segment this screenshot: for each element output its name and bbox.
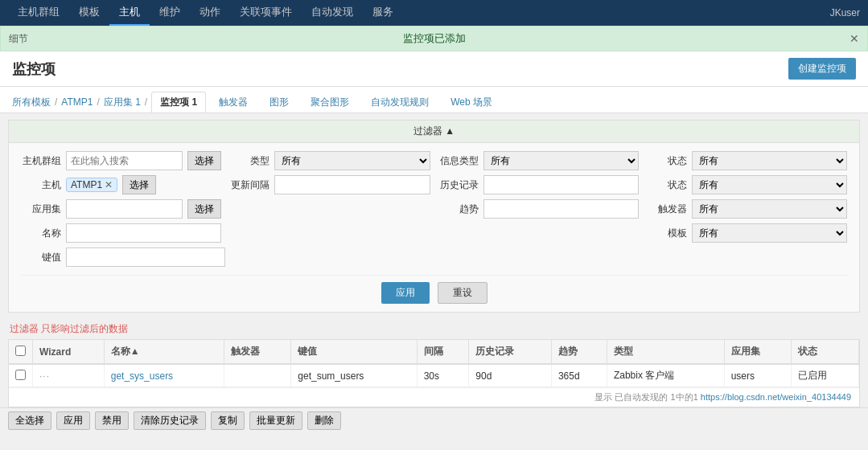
filter-row-status2: 状态 所有 xyxy=(647,175,847,194)
row-trigger xyxy=(224,364,291,387)
tab-trigger[interactable]: 触发器 xyxy=(210,92,257,112)
info-type-select[interactable]: 所有 xyxy=(483,151,639,170)
info-type-label: 信息类型 xyxy=(438,154,479,168)
page-header: 监控项 创建监控项 xyxy=(0,51,868,87)
history-input[interactable] xyxy=(483,175,639,194)
status1-label: 状态 xyxy=(647,154,687,168)
tab-autodiscovery[interactable]: 自动发现规则 xyxy=(362,92,438,112)
filter-row-host: 主机 ATMP1 ✕ 选择 xyxy=(21,175,221,194)
host-label: 主机 xyxy=(21,178,61,192)
host-group-input[interactable] xyxy=(66,151,183,170)
footer-link[interactable]: https://blog.csdn.net/weixin_40134449 xyxy=(701,392,851,402)
data-table: Wizard 名称▲ 触发器 键值 间隔 历史记录 趋势 类型 应用集 状态 ·… xyxy=(9,340,859,387)
nav-service[interactable]: 服务 xyxy=(363,0,403,26)
nav-action[interactable]: 动作 xyxy=(190,0,230,26)
disable-button[interactable]: 禁用 xyxy=(95,411,129,430)
clear-history-button[interactable]: 清除历史记录 xyxy=(134,411,206,430)
filter-section: 过滤器 ▲ 主机群组 选择 类型 所有 信息类型 所有 xyxy=(8,120,860,313)
name-label: 名称 xyxy=(21,227,61,240)
status2-select[interactable]: 所有 xyxy=(692,175,847,194)
tab-graph[interactable]: 图形 xyxy=(261,92,298,112)
footer-text: 显示 已自动发现的 1中的1 xyxy=(594,392,697,402)
dots-icon[interactable]: ··· xyxy=(39,370,50,382)
col-interval: 间隔 xyxy=(417,340,469,364)
nav-discovery[interactable]: 自动发现 xyxy=(302,0,363,26)
appset-select-button[interactable]: 选择 xyxy=(187,199,221,219)
table-row: ··· get_sys_users get_sum_users 30s 90d … xyxy=(9,364,859,387)
filter-row-interval: 更新间隔 xyxy=(229,175,430,194)
nav-maintenance[interactable]: 维护 xyxy=(150,0,190,26)
nav-template[interactable]: 模板 xyxy=(69,0,109,26)
status1-select[interactable]: 所有 xyxy=(692,151,847,170)
row-check xyxy=(9,364,33,387)
filter-row-info-type: 信息类型 所有 xyxy=(438,151,639,170)
nav-items: 主机群组 模板 主机 维护 动作 关联项事件 自动发现 服务 xyxy=(8,0,830,26)
page-title: 监控项 xyxy=(12,59,56,79)
interval-input[interactable] xyxy=(274,175,430,194)
breadcrumb-atmp1[interactable]: ATMP1 xyxy=(61,96,93,108)
row-trend: 365d xyxy=(551,364,607,387)
col-name[interactable]: 名称▲ xyxy=(104,340,224,364)
row-history: 90d xyxy=(469,364,552,387)
filter-row-host-group: 主机群组 选择 xyxy=(21,151,221,170)
monitor-name-link[interactable]: get_sys_users xyxy=(111,370,173,382)
host-group-label: 主机群组 xyxy=(21,154,61,168)
host-group-select-button[interactable]: 选择 xyxy=(187,151,221,170)
delete-button[interactable]: 删除 xyxy=(307,411,341,430)
copy-button[interactable]: 复制 xyxy=(211,411,245,430)
col-check xyxy=(9,340,33,364)
filter-row-trend: 趋势 xyxy=(438,199,639,219)
create-monitor-button[interactable]: 创建监控项 xyxy=(788,58,856,80)
nav-host-group[interactable]: 主机群组 xyxy=(8,0,69,26)
nav-event[interactable]: 关联项事件 xyxy=(230,0,302,26)
filter-actions: 应用 重设 xyxy=(21,275,847,304)
trigger-select[interactable]: 所有 xyxy=(692,199,847,219)
host-tag-chip: ATMP1 ✕ xyxy=(66,178,117,192)
key-input[interactable] xyxy=(66,248,225,267)
row-status: 已启用 xyxy=(792,364,859,387)
filter-body: 主机群组 选择 类型 所有 信息类型 所有 状态 xyxy=(9,143,859,312)
history-label: 历史记录 xyxy=(438,178,479,192)
breadcrumb-all-templates[interactable]: 所有模板 xyxy=(12,96,51,109)
filter-header[interactable]: 过滤器 ▲ xyxy=(9,121,859,143)
name-input[interactable] xyxy=(66,223,221,243)
tab-web[interactable]: Web 场景 xyxy=(442,92,501,112)
template-select[interactable]: 所有 xyxy=(692,223,847,243)
filter-row-trigger: 触发器 所有 xyxy=(647,199,847,219)
apply-button[interactable]: 应用 xyxy=(381,282,430,304)
host-tag-remove[interactable]: ✕ xyxy=(105,179,113,190)
batch-update-button[interactable]: 批量更新 xyxy=(249,411,302,430)
table-header-row: Wizard 名称▲ 触发器 键值 间隔 历史记录 趋势 类型 应用集 状态 xyxy=(9,340,859,364)
col-trigger: 触发器 xyxy=(224,340,291,364)
row-key: get_sum_users xyxy=(291,364,417,387)
appset-input[interactable]: users xyxy=(66,199,183,219)
breadcrumb-monitor1[interactable]: 监控项 1 xyxy=(151,92,206,112)
filter-row-history: 历史记录 xyxy=(438,175,639,194)
filter-row-type: 类型 所有 xyxy=(229,151,430,170)
template-label: 模板 xyxy=(647,227,687,240)
col-history: 历史记录 xyxy=(469,340,552,364)
breadcrumb-sep-1: / xyxy=(55,96,57,108)
breadcrumb-appset1[interactable]: 应用集 1 xyxy=(104,96,141,109)
reset-button[interactable]: 重设 xyxy=(438,282,487,304)
select-all-button[interactable]: 全选择 xyxy=(8,411,51,430)
table-section: Wizard 名称▲ 触发器 键值 间隔 历史记录 趋势 类型 应用集 状态 ·… xyxy=(8,339,860,407)
apply-all-button[interactable]: 应用 xyxy=(56,411,90,430)
select-all-checkbox[interactable] xyxy=(15,346,26,356)
filter-row-status1: 状态 所有 xyxy=(647,151,847,170)
table-footer: 显示 已自动发现的 1中的1 https://blog.csdn.net/wei… xyxy=(9,387,859,407)
nav-user: JKuser xyxy=(830,7,860,18)
alert-close-button[interactable]: ✕ xyxy=(849,32,859,45)
breadcrumb-sep-3: / xyxy=(145,96,147,108)
type-select[interactable]: 所有 xyxy=(274,151,430,170)
trend-input[interactable] xyxy=(483,199,639,219)
host-tag-value: ATMP1 xyxy=(71,179,102,190)
top-nav: 主机群组 模板 主机 维护 动作 关联项事件 自动发现 服务 JKuser xyxy=(0,0,868,26)
col-trend: 趋势 xyxy=(551,340,607,364)
tab-aggregate[interactable]: 聚合图形 xyxy=(302,92,358,112)
row-checkbox[interactable] xyxy=(15,370,26,380)
alert-bar: 细节 监控项已添加 ✕ xyxy=(0,26,868,51)
nav-host[interactable]: 主机 xyxy=(109,0,150,26)
trend-label: 趋势 xyxy=(438,202,479,216)
host-select-button[interactable]: 选择 xyxy=(122,175,156,194)
